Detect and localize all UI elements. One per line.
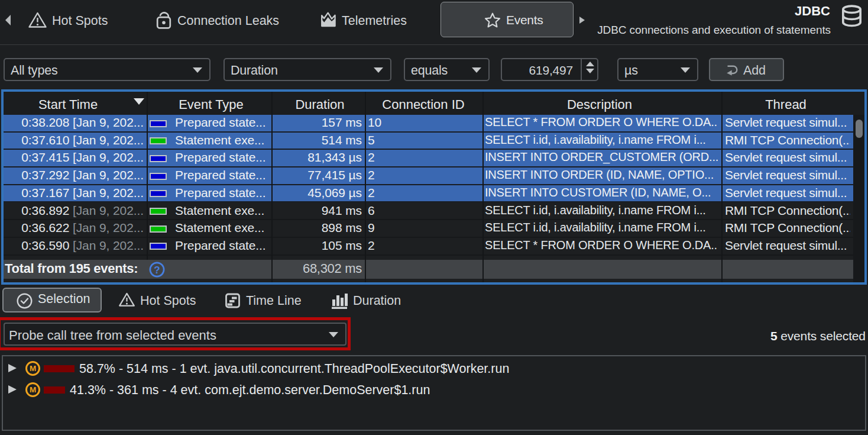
svg-text:?: ? (154, 265, 160, 276)
